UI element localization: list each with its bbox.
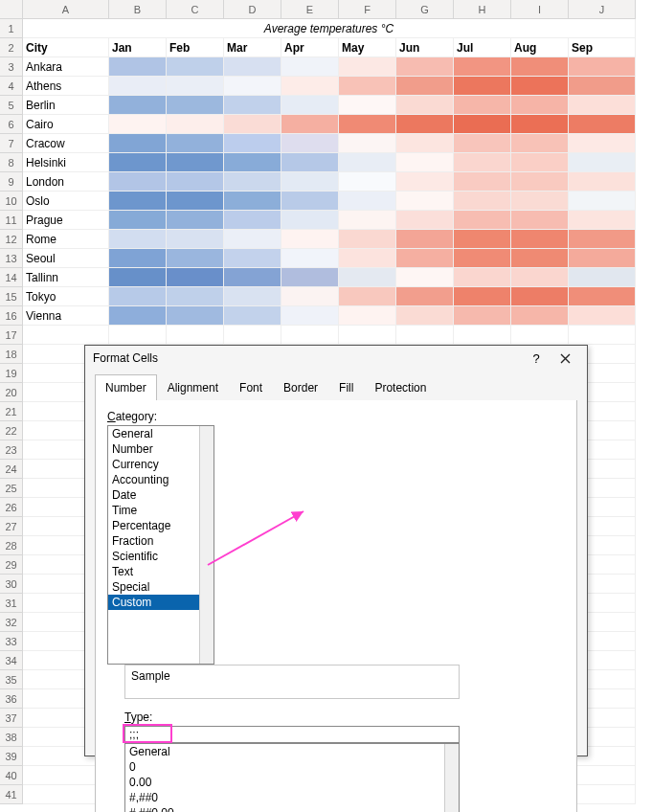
heat-cell[interactable]	[167, 77, 224, 96]
heat-cell[interactable]	[396, 172, 454, 192]
heat-cell[interactable]	[281, 230, 339, 249]
heat-cell[interactable]	[569, 134, 636, 153]
row-header[interactable]: 7	[0, 134, 23, 153]
format-code-listbox[interactable]: General00.00#,##0#,##0.00#,##0_);(#,##0)…	[124, 743, 460, 812]
sheet-row[interactable]: 16Vienna	[0, 306, 652, 326]
dialog-help-button[interactable]: ?	[522, 346, 551, 371]
heat-cell[interactable]	[281, 287, 339, 306]
heat-cell[interactable]	[224, 172, 281, 192]
city-cell[interactable]: Oslo	[23, 192, 109, 211]
heat-cell[interactable]	[396, 115, 454, 134]
row-header[interactable]: 13	[0, 249, 23, 268]
heat-cell[interactable]	[224, 134, 281, 153]
empty-cell[interactable]	[109, 326, 167, 345]
heat-cell[interactable]	[569, 211, 636, 230]
city-cell[interactable]: Cracow	[23, 134, 109, 153]
sheet-row[interactable]: 17	[0, 326, 652, 345]
city-cell[interactable]: Ankara	[23, 57, 109, 77]
header-cell[interactable]: Feb	[167, 38, 224, 57]
city-cell[interactable]: Tallinn	[23, 268, 109, 287]
category-item[interactable]: Accounting	[108, 472, 214, 487]
heat-cell[interactable]	[109, 230, 167, 249]
row-header[interactable]: 4	[0, 77, 23, 96]
type-input[interactable]	[124, 726, 460, 743]
sheet-row[interactable]: 7Cracow	[0, 134, 652, 153]
heat-cell[interactable]	[569, 192, 636, 211]
tab-number[interactable]: Number	[95, 374, 157, 400]
empty-cell[interactable]	[339, 326, 396, 345]
heat-cell[interactable]	[396, 96, 454, 115]
row-header[interactable]: 20	[0, 383, 23, 402]
row-header[interactable]: 2	[0, 38, 23, 57]
row-header[interactable]: 8	[0, 153, 23, 172]
row-header[interactable]: 28	[0, 536, 23, 555]
heat-cell[interactable]	[281, 134, 339, 153]
heat-cell[interactable]	[569, 230, 636, 249]
row-header[interactable]: 9	[0, 172, 23, 192]
heat-cell[interactable]	[109, 287, 167, 306]
tab-font[interactable]: Font	[229, 374, 273, 400]
header-cell[interactable]: Apr	[281, 38, 339, 57]
heat-cell[interactable]	[224, 249, 281, 268]
tab-alignment[interactable]: Alignment	[157, 374, 229, 400]
heat-cell[interactable]	[224, 192, 281, 211]
heat-cell[interactable]	[109, 77, 167, 96]
category-item[interactable]: Custom	[108, 595, 214, 610]
heat-cell[interactable]	[511, 153, 569, 172]
format-code-item[interactable]: 0	[125, 759, 459, 775]
heat-cell[interactable]	[454, 192, 511, 211]
row-header[interactable]: 39	[0, 747, 23, 766]
sheet-row[interactable]: 4Athens	[0, 77, 652, 96]
empty-cell[interactable]	[281, 326, 339, 345]
heat-cell[interactable]	[281, 96, 339, 115]
row-header[interactable]: 22	[0, 421, 23, 440]
row-header[interactable]: 29	[0, 555, 23, 575]
heat-cell[interactable]	[454, 211, 511, 230]
heat-cell[interactable]	[454, 287, 511, 306]
heat-cell[interactable]	[281, 172, 339, 192]
heat-cell[interactable]	[167, 211, 224, 230]
row-header[interactable]: 36	[0, 689, 23, 709]
row-header[interactable]: 12	[0, 230, 23, 249]
heat-cell[interactable]	[224, 211, 281, 230]
row-header[interactable]: 26	[0, 498, 23, 517]
heat-cell[interactable]	[454, 172, 511, 192]
heat-cell[interactable]	[167, 134, 224, 153]
empty-cell[interactable]	[396, 326, 454, 345]
heat-cell[interactable]	[281, 153, 339, 172]
heat-cell[interactable]	[109, 172, 167, 192]
format-code-item[interactable]: #,##0.00	[125, 805, 459, 812]
heat-cell[interactable]	[109, 192, 167, 211]
empty-cell[interactable]	[23, 326, 109, 345]
row-header[interactable]: 23	[0, 440, 23, 460]
heat-cell[interactable]	[511, 77, 569, 96]
header-cell[interactable]: Jul	[454, 38, 511, 57]
heat-cell[interactable]	[281, 115, 339, 134]
city-cell[interactable]: Berlin	[23, 96, 109, 115]
format-code-item[interactable]: 0.00	[125, 775, 459, 790]
category-item[interactable]: Date	[108, 487, 214, 503]
heat-cell[interactable]	[396, 268, 454, 287]
heat-cell[interactable]	[396, 192, 454, 211]
sheet-row[interactable]: 13Seoul	[0, 249, 652, 268]
select-all-corner[interactable]	[0, 0, 23, 19]
city-cell[interactable]: Prague	[23, 211, 109, 230]
row-header[interactable]: 24	[0, 460, 23, 479]
heat-cell[interactable]	[511, 249, 569, 268]
col-header-I[interactable]: I	[511, 0, 569, 19]
format-code-item[interactable]: #,##0	[125, 790, 459, 805]
col-header-E[interactable]: E	[281, 0, 339, 19]
sheet-row[interactable]: 1 Average temperatures °C	[0, 19, 652, 38]
heat-cell[interactable]	[511, 306, 569, 326]
row-header[interactable]: 27	[0, 517, 23, 536]
header-cell[interactable]: Aug	[511, 38, 569, 57]
row-header[interactable]: 30	[0, 575, 23, 594]
heat-cell[interactable]	[396, 230, 454, 249]
heat-cell[interactable]	[167, 172, 224, 192]
header-cell[interactable]: Sep	[569, 38, 636, 57]
col-header-A[interactable]: A	[23, 0, 109, 19]
heat-cell[interactable]	[167, 153, 224, 172]
sheet-row[interactable]: 3Ankara	[0, 57, 652, 77]
city-cell[interactable]: Cairo	[23, 115, 109, 134]
scrollbar[interactable]	[444, 744, 459, 812]
